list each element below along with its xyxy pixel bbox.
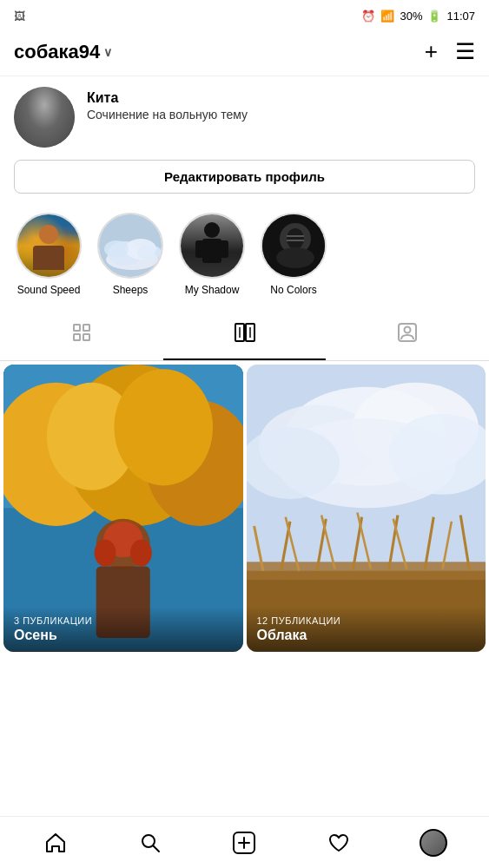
add-post-button[interactable]: + xyxy=(425,38,438,65)
post-overlay-autumn: 3 ПУБЛИКАЦИИ Осень xyxy=(3,607,243,652)
svg-point-32 xyxy=(114,369,213,485)
bottom-navigation xyxy=(0,816,489,868)
tab-grid[interactable] xyxy=(0,310,163,360)
home-icon xyxy=(44,832,67,854)
add-icon xyxy=(232,831,256,855)
svg-rect-17 xyxy=(83,325,89,331)
search-icon xyxy=(139,832,162,854)
post-overlay-clouds: 12 ПУБЛИКАЦИИ Облака xyxy=(247,607,486,652)
highlight-sound-speed[interactable]: Sound Speed xyxy=(14,213,83,296)
no-colors-svg xyxy=(262,214,327,279)
profile-section: Кита Сочинение на вольную тему xyxy=(0,76,489,148)
posts-grid: 3 ПУБЛИКАЦИИ Осень xyxy=(0,361,489,655)
highlight-image-no-colors xyxy=(262,214,325,277)
heart-icon xyxy=(327,832,350,854)
svg-point-36 xyxy=(95,539,116,566)
post-count-autumn: 3 ПУБЛИКАЦИИ xyxy=(14,615,233,626)
svg-point-12 xyxy=(287,228,304,249)
svg-rect-16 xyxy=(74,325,80,331)
battery-percent: 30% xyxy=(400,10,422,23)
clock: 11:07 xyxy=(446,10,475,23)
svg-rect-7 xyxy=(202,239,221,263)
alarm-icon: ⏰ xyxy=(361,10,375,23)
highlight-image-sheeps xyxy=(99,214,162,277)
svg-rect-18 xyxy=(74,334,80,340)
chevron-down-icon: ∨ xyxy=(103,45,112,59)
header-actions: + ☰ xyxy=(425,38,475,65)
highlight-label-sheeps: Sheeps xyxy=(113,284,149,296)
search-button[interactable] xyxy=(131,824,169,862)
highlights-section: Sound Speed Sheeps xyxy=(0,206,489,310)
add-button[interactable] xyxy=(225,824,263,862)
status-right: ⏰ 📶 30% 🔋 11:07 xyxy=(361,10,475,23)
highlight-no-colors[interactable]: No Colors xyxy=(259,213,328,296)
app-header: собака94 ∨ + ☰ xyxy=(0,31,489,76)
svg-point-4 xyxy=(104,240,129,258)
post-count-clouds: 12 ПУБЛИКАЦИИ xyxy=(257,615,476,626)
highlight-sheeps[interactable]: Sheeps xyxy=(96,213,165,296)
post-autumn[interactable]: 3 ПУБЛИКАЦИИ Осень xyxy=(3,365,243,652)
profile-name: Кита xyxy=(87,90,475,106)
svg-line-60 xyxy=(153,845,159,852)
menu-button[interactable]: ☰ xyxy=(455,38,475,65)
avatar xyxy=(14,87,75,148)
post-title-clouds: Облака xyxy=(257,628,476,643)
profile-bio: Сочинение на вольную тему xyxy=(87,108,475,122)
username-display[interactable]: собака94 ∨ xyxy=(14,41,112,63)
profile-nav-avatar xyxy=(420,829,447,857)
status-bar: 🖼 ⏰ 📶 30% 🔋 11:07 xyxy=(0,0,489,31)
highlight-circle-no-colors xyxy=(261,213,327,279)
autumn-person-figure xyxy=(17,214,80,277)
svg-point-5 xyxy=(137,245,162,260)
highlight-my-shadow[interactable]: My Shadow xyxy=(177,213,247,296)
svg-rect-19 xyxy=(83,334,89,340)
clouds-svg xyxy=(99,214,163,279)
profile-button[interactable] xyxy=(414,824,453,862)
post-title-autumn: Осень xyxy=(14,628,233,643)
profile-info: Кита Сочинение на вольную тему xyxy=(87,87,475,122)
highlight-label-sound-speed: Sound Speed xyxy=(17,284,81,296)
person-head xyxy=(39,225,58,244)
battery-icon: 🔋 xyxy=(427,10,441,23)
svg-point-15 xyxy=(276,247,314,268)
highlight-circle-my-shadow xyxy=(179,213,245,279)
svg-rect-8 xyxy=(195,240,204,258)
shadow-figure-svg xyxy=(190,220,234,272)
highlight-image-shadow xyxy=(181,214,243,277)
highlight-circle-sound-speed xyxy=(16,213,82,279)
highlight-image-autumn xyxy=(17,214,80,277)
svg-rect-9 xyxy=(220,240,228,258)
tab-tagged[interactable] xyxy=(326,310,489,360)
tab-collections[interactable] xyxy=(163,310,327,360)
person-tag-icon xyxy=(397,322,418,348)
status-left-icon: 🖼 xyxy=(14,10,25,23)
highlight-label-my-shadow: My Shadow xyxy=(185,284,240,296)
person-body xyxy=(33,246,64,270)
likes-button[interactable] xyxy=(320,824,358,862)
wifi-icon: 📶 xyxy=(380,10,394,23)
grid-icon xyxy=(71,322,92,348)
highlight-label-no-colors: No Colors xyxy=(270,284,316,296)
highlight-circle-sheeps xyxy=(97,213,163,279)
tabs-section xyxy=(0,310,489,361)
svg-point-6 xyxy=(204,222,220,238)
post-clouds[interactable]: 12 ПУБЛИКАЦИИ Облака xyxy=(247,365,486,652)
username-text: собака94 xyxy=(14,41,100,63)
svg-point-25 xyxy=(405,327,411,333)
book-icon xyxy=(234,322,256,348)
home-button[interactable] xyxy=(36,824,75,862)
svg-point-37 xyxy=(130,539,152,566)
edit-profile-button[interactable]: Редактировать профиль xyxy=(14,160,475,194)
